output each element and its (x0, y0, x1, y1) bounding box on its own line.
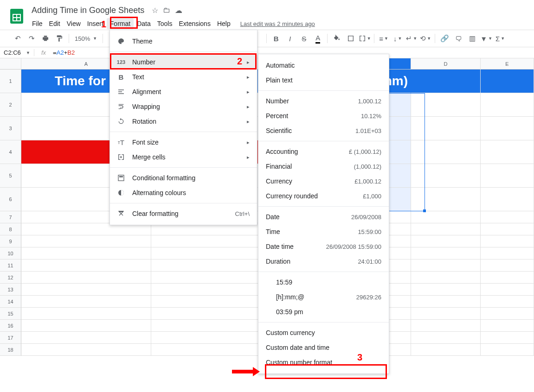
cell-E2[interactable] (481, 93, 534, 117)
cell-E13[interactable] (481, 284, 534, 296)
row-header-8[interactable]: 8 (0, 223, 21, 235)
row-header-18[interactable]: 18 (0, 344, 21, 356)
cell-E8[interactable] (481, 223, 534, 235)
number-format-custom-number-format[interactable]: Custom number format (258, 355, 389, 370)
format-menu-alignment[interactable]: Alignment▸ (110, 84, 257, 99)
row-header-10[interactable]: 10 (0, 247, 21, 259)
rotate-button[interactable]: ⟲▼ (419, 32, 432, 45)
cell-E11[interactable] (481, 259, 534, 272)
menu-help[interactable]: Help (214, 18, 234, 29)
cell-D4[interactable] (411, 140, 481, 164)
menu-edit[interactable]: Edit (46, 18, 64, 29)
format-menu-wrapping[interactable]: Wrapping▸ (110, 99, 257, 114)
row-header-16[interactable]: 16 (0, 320, 21, 332)
cell-E9[interactable] (481, 235, 534, 247)
cell-D5[interactable] (411, 164, 481, 188)
cell-A9[interactable] (21, 235, 151, 247)
fill-color-button[interactable] (330, 32, 343, 45)
cell-D11[interactable] (411, 259, 481, 272)
cell-D1[interactable] (411, 70, 481, 93)
text-color-button[interactable]: A (311, 32, 324, 45)
zoom-select[interactable]: 150%▼ (72, 35, 100, 42)
format-menu-number[interactable]: 123Number▸ (110, 55, 257, 70)
v-align-button[interactable]: ↓▼ (391, 32, 404, 45)
row-header-9[interactable]: 9 (0, 235, 21, 247)
wrap-button[interactable]: ↵▼ (405, 32, 418, 45)
cell-D3[interactable] (411, 117, 481, 140)
strike-button[interactable]: S (297, 32, 310, 45)
row-header-3[interactable]: 3 (0, 117, 21, 140)
row-header-6[interactable]: 6 (0, 188, 21, 211)
cell-E10[interactable] (481, 247, 534, 259)
number-format-scientific[interactable]: Scientific1.01E+03 (258, 123, 389, 138)
format-menu-text[interactable]: BText▸ (110, 70, 257, 84)
cell-D13[interactable] (411, 284, 481, 296)
format-menu-font-size[interactable]: тTFont size▸ (110, 135, 257, 150)
doc-title[interactable]: Adding Time in Google Sheets (29, 5, 147, 16)
cell-D12[interactable] (411, 272, 481, 284)
cell-D14[interactable] (411, 296, 481, 308)
cell-E1[interactable] (481, 70, 534, 93)
row-header-5[interactable]: 5 (0, 164, 21, 188)
comment-button[interactable]: 🗨 (452, 32, 465, 45)
cell-E15[interactable] (481, 308, 534, 320)
cell-E18[interactable] (481, 344, 534, 356)
star-icon[interactable]: ☆ (152, 6, 158, 15)
paint-format-button[interactable] (53, 32, 66, 45)
number-format-time[interactable]: Time15:59:00 (258, 224, 389, 239)
row-header-7[interactable]: 7 (0, 211, 21, 223)
number-format-date[interactable]: Date26/09/2008 (258, 209, 389, 224)
row-header-12[interactable]: 12 (0, 272, 21, 284)
redo-button[interactable]: ↷ (25, 32, 38, 45)
menu-tools[interactable]: Tools (154, 18, 176, 29)
chart-button[interactable]: ▥ (466, 32, 479, 45)
sheets-logo[interactable] (7, 4, 26, 29)
formula-input[interactable]: =A2+B2 (53, 49, 75, 56)
format-menu-merge-cells[interactable]: Merge cells▸ (110, 150, 257, 164)
row-header-1[interactable]: 1 (0, 70, 21, 93)
number-format-financial[interactable]: Financial(1,000.12) (258, 159, 389, 174)
cell-D15[interactable] (411, 308, 481, 320)
row-header-17[interactable]: 17 (0, 332, 21, 344)
merge-button[interactable]: ▼ (358, 32, 371, 45)
number-format-currency[interactable]: Currency£1,000.12 (258, 174, 389, 189)
row-header-13[interactable]: 13 (0, 284, 21, 296)
cell-A16[interactable] (21, 320, 151, 332)
cell-A10[interactable] (21, 247, 151, 259)
number-format-plain-text[interactable]: Plain text (258, 73, 389, 88)
col-header-E[interactable]: E (481, 58, 534, 70)
undo-button[interactable]: ↶ (11, 32, 24, 45)
number-format-custom-date-and-time[interactable]: Custom date and time (258, 340, 389, 355)
number-format-03-59-pm[interactable]: 03:59 pm (258, 304, 389, 319)
bold-button[interactable]: B (270, 32, 283, 45)
format-menu-clear-formatting[interactable]: Clear formattingCtrl+\ (110, 206, 257, 221)
cell-A14[interactable] (21, 296, 151, 308)
menu-view[interactable]: View (64, 18, 84, 29)
name-box[interactable]: C2:C6▼ (0, 49, 34, 56)
cell-D2[interactable] (411, 93, 481, 117)
cell-D18[interactable] (411, 344, 481, 356)
number-format-automatic[interactable]: Automatic (258, 58, 389, 73)
cell-E12[interactable] (481, 272, 534, 284)
col-header-D[interactable]: D (411, 58, 481, 70)
number-format-custom-currency[interactable]: Custom currency (258, 325, 389, 340)
cell-E14[interactable] (481, 296, 534, 308)
number-format-accounting[interactable]: Accounting£ (1,000.12) (258, 144, 389, 159)
link-button[interactable]: 🔗 (438, 32, 451, 45)
number-format-15-59[interactable]: 15:59 (258, 275, 389, 290)
cell-E17[interactable] (481, 332, 534, 344)
number-format--h-mm-[interactable]: [h]:mm;@29629:26 (258, 290, 389, 304)
number-format-percent[interactable]: Percent10.12% (258, 108, 389, 123)
number-format-currency-rounded[interactable]: Currency rounded£1,000 (258, 189, 389, 203)
format-menu-theme[interactable]: Theme (110, 34, 257, 49)
number-format-duration[interactable]: Duration24:01:00 (258, 254, 389, 269)
filter-button[interactable]: ▼▼ (480, 32, 493, 45)
cell-D10[interactable] (411, 247, 481, 259)
cell-A17[interactable] (21, 332, 151, 344)
cell-D6[interactable] (411, 188, 481, 211)
print-button[interactable] (39, 32, 52, 45)
menu-file[interactable]: File (29, 18, 46, 29)
select-all-corner[interactable] (0, 58, 21, 70)
cell-E4[interactable] (481, 140, 534, 164)
cell-D8[interactable] (411, 223, 481, 235)
